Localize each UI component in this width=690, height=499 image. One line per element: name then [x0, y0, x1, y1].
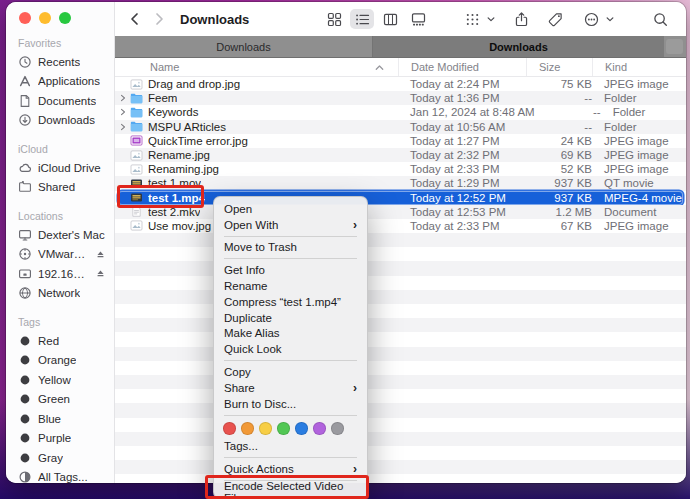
disclosure-icon[interactable] [115, 108, 130, 116]
menu-item-quick-look[interactable]: Quick Look [214, 341, 367, 357]
globe-icon [18, 286, 32, 300]
sidebar-item-orange[interactable]: Orange [6, 351, 114, 371]
menu-item-move-to-trash[interactable]: Move to Trash [214, 240, 367, 256]
menu-item-open[interactable]: Open [214, 201, 367, 217]
tag-color-green[interactable] [277, 422, 290, 435]
menu-item-share[interactable]: Share› [214, 380, 367, 396]
sidebar-item-vmware-to[interactable]: VMware To... [6, 245, 114, 265]
menu-item-compress-test-1-mp4[interactable]: Compress “test 1.mp4” [214, 294, 367, 310]
menu-item-make-alias[interactable]: Make Alias [214, 326, 367, 342]
disclosure-icon[interactable] [115, 94, 130, 102]
menu-item-burn-to-disc[interactable]: Burn to Disc... [214, 396, 367, 412]
menu-separator [224, 457, 357, 458]
disclosure-icon[interactable] [115, 123, 130, 131]
file-size: 67 KB [526, 220, 592, 232]
menu-item-encode-selected-video-files[interactable]: Encode Selected Video Files [214, 484, 367, 499]
sidebar-item-documents[interactable]: Documents [6, 91, 114, 111]
chevron-down-icon [487, 16, 495, 23]
search-button[interactable] [648, 9, 672, 29]
view-switcher [322, 9, 430, 29]
column-header-kind[interactable]: Kind [592, 58, 686, 76]
file-row[interactable]: FeemToday at 1:36 PM--Folder [115, 91, 686, 105]
eject-icon[interactable] [95, 268, 106, 279]
sidebar-item-dexter-s-mac[interactable]: Dexter's Mac [6, 225, 114, 245]
empty-row [115, 361, 686, 375]
file-row[interactable]: KeywordsJan 12, 2024 at 8:48 AM--Folder [115, 105, 686, 119]
sidebar-item-recents[interactable]: Recents [6, 52, 114, 72]
file-row[interactable]: Rename.jpgToday at 2:32 PM69 KBJPEG imag… [115, 148, 686, 162]
sidebar-sections: FavoritesRecentsApplicationsDocumentsDow… [6, 37, 114, 483]
menu-item-label: Open With [224, 219, 278, 231]
gallery-view-button[interactable] [406, 9, 430, 29]
column-header-date-modified[interactable]: Date Modified [398, 58, 526, 76]
empty-row [115, 290, 686, 304]
sidebar-item-purple[interactable]: Purple [6, 429, 114, 449]
file-kind: JPEG image [592, 163, 686, 175]
file-row[interactable]: test 1.movToday at 1:29 PM937 KBQT movie [115, 176, 686, 190]
sidebar-item-red[interactable]: Red [6, 331, 114, 351]
tag-color-orange[interactable] [241, 422, 254, 435]
menu-item-open-with[interactable]: Open With› [214, 217, 367, 233]
sidebar-item-label: iCloud Drive [38, 162, 101, 174]
file-row[interactable]: test 1.mp4Today at 12:52 PM937 KBMPEG-4 … [115, 191, 686, 205]
list-view-button[interactable] [350, 9, 374, 29]
sidebar-item-downloads[interactable]: Downloads [6, 111, 114, 131]
menu-item-get-info[interactable]: Get Info [214, 262, 367, 278]
close-button[interactable] [19, 12, 31, 24]
sidebar-item-icloud-drive[interactable]: iCloud Drive [6, 158, 114, 178]
file-row[interactable]: Drag and drop.jpgToday at 2:24 PM75 KBJP… [115, 77, 686, 91]
sidebar-item-all-tags[interactable]: All Tags... [6, 468, 114, 484]
tab-downloads-2[interactable]: Downloads [373, 36, 664, 57]
column-header-size[interactable]: Size [526, 58, 592, 76]
eject-icon[interactable] [95, 249, 106, 260]
sidebar-item-gray[interactable]: Gray [6, 448, 114, 468]
share-button[interactable] [509, 9, 533, 29]
icon-view-button[interactable] [322, 9, 346, 29]
tab-downloads-1[interactable]: Downloads [115, 36, 373, 57]
tag-color-blue[interactable] [295, 422, 308, 435]
new-tab-button[interactable] [666, 39, 683, 54]
sidebar-item-yellow[interactable]: Yellow [6, 370, 114, 390]
menu-item-quick-actions[interactable]: Quick Actions› [214, 461, 367, 477]
movie-file-icon [130, 192, 143, 203]
menu-item-rename[interactable]: Rename [214, 278, 367, 294]
file-row[interactable]: test 2.mkvToday at 12:53 PM1.2 MBDocumen… [115, 205, 686, 219]
sidebar-item-192-168-1-2[interactable]: 192.168.1.2... [6, 264, 114, 284]
back-button[interactable] [129, 12, 141, 26]
file-row[interactable]: Renaming.jpgToday at 2:33 PM52 KBJPEG im… [115, 162, 686, 176]
tag-color-yellow[interactable] [259, 422, 272, 435]
menu-item-tags[interactable]: Tags... [214, 439, 367, 455]
menu-item-label: Get Info [224, 264, 265, 276]
file-row[interactable]: MSPU ARticlesToday at 10:56 AM--Folder [115, 120, 686, 134]
menu-item-copy[interactable]: Copy [214, 364, 367, 380]
column-header-name[interactable]: Name [115, 58, 398, 76]
forward-button[interactable] [155, 12, 167, 26]
sidebar-section-locations: LocationsDexter's MacVMware To...192.168… [6, 210, 114, 303]
sidebar-item-shared[interactable]: Shared [6, 178, 114, 198]
file-row[interactable]: Use mov.jpgToday at 2:33 PM67 KBJPEG ima… [115, 219, 686, 233]
sidebar-item-green[interactable]: Green [6, 390, 114, 410]
tag-button[interactable] [543, 9, 567, 29]
more-actions-button[interactable] [579, 9, 603, 29]
context-menu: OpenOpen With›Move to TrashGet InfoRenam… [213, 196, 368, 499]
sidebar-item-applications[interactable]: Applications [6, 72, 114, 92]
sidebar-item-network[interactable]: Network [6, 284, 114, 304]
sidebar-item-label: Downloads [38, 114, 95, 126]
tag-color-red[interactable] [223, 422, 236, 435]
menu-item-duplicate[interactable]: Duplicate [214, 310, 367, 326]
menu-item-label: Rename [224, 280, 267, 292]
menu-separator [224, 415, 357, 416]
document-icon [18, 94, 32, 108]
image-file-icon [130, 164, 143, 175]
submenu-chevron-icon: › [353, 463, 357, 475]
tag-color-purple[interactable] [313, 422, 326, 435]
shared-folder-icon [18, 180, 32, 194]
group-by-button[interactable] [460, 9, 484, 29]
column-view-button[interactable] [378, 9, 402, 29]
tag-dot-icon [18, 412, 32, 426]
sidebar-item-blue[interactable]: Blue [6, 409, 114, 429]
file-row[interactable]: QuickTime error.jpgToday at 1:27 PM24 KB… [115, 134, 686, 148]
tag-color-gray[interactable] [331, 422, 344, 435]
minimize-button[interactable] [39, 12, 51, 24]
zoom-button[interactable] [59, 12, 71, 24]
